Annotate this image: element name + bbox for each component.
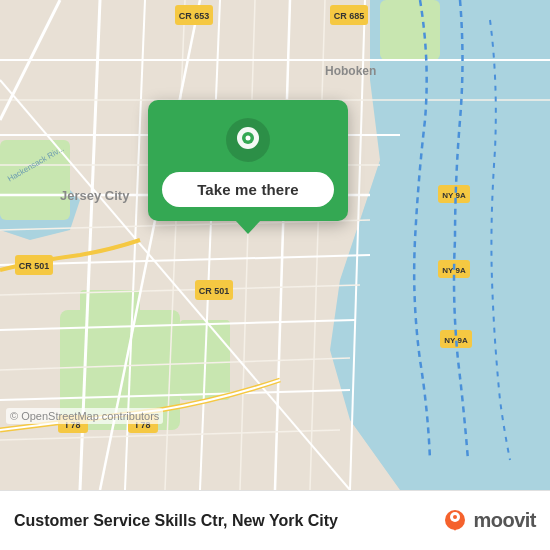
copyright-text: © OpenStreetMap contributors [6, 408, 163, 424]
svg-text:Jersey City: Jersey City [60, 188, 130, 203]
location-pin-icon [226, 118, 270, 162]
svg-point-55 [246, 136, 251, 141]
bottom-bar: Customer Service Skills Ctr, New York Ci… [0, 490, 550, 550]
moovit-logo: moovit [441, 507, 536, 535]
svg-rect-7 [380, 0, 440, 60]
location-name: Customer Service Skills Ctr, New York Ci… [14, 512, 441, 530]
moovit-label: moovit [473, 509, 536, 532]
svg-text:Hoboken: Hoboken [325, 64, 376, 78]
svg-text:NY 9A: NY 9A [442, 191, 466, 200]
take-me-there-button[interactable]: Take me there [162, 172, 334, 207]
popup-card: Take me there [148, 100, 348, 221]
svg-text:CR 685: CR 685 [334, 11, 365, 21]
svg-text:CR 653: CR 653 [179, 11, 210, 21]
svg-point-58 [453, 515, 457, 519]
moovit-pin-icon [441, 507, 469, 535]
svg-text:CR 501: CR 501 [19, 261, 50, 271]
map-container: CR 501 CR 501 CR 653 CR 685 NY 9A NY 9A … [0, 0, 550, 490]
svg-text:CR 501: CR 501 [199, 286, 230, 296]
